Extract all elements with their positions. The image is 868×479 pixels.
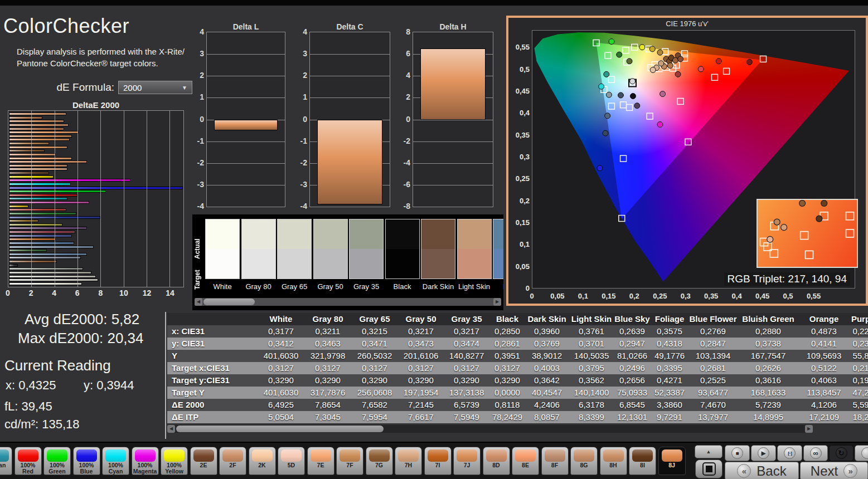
table-cell: 5,59 xyxy=(848,399,868,411)
patch-color-chip xyxy=(193,449,214,462)
inset-circle-marker xyxy=(816,216,822,222)
scroll-right-icon[interactable]: ▶ xyxy=(493,298,501,306)
infinity-icon: ∞ xyxy=(810,447,822,459)
patch-tile-2f[interactable]: 2F xyxy=(219,447,246,475)
patch-tile-7g[interactable]: 7G xyxy=(366,447,393,475)
stop-button[interactable]: ■ xyxy=(725,445,750,461)
patch-tile-label: 7G xyxy=(366,462,392,468)
axis-tick-label: 4 xyxy=(190,27,204,36)
patch-tile-7h[interactable]: 7H xyxy=(395,447,422,475)
column-header: Gray 50 xyxy=(398,313,444,325)
column-header: White xyxy=(258,313,304,325)
de-bar xyxy=(9,278,98,281)
de-formula-dropdown[interactable]: 2000 ▼ xyxy=(118,81,192,94)
table-cell: 0,2769 xyxy=(689,325,737,338)
axis-tick-label: 0 xyxy=(2,289,14,297)
collapse-strip-button[interactable]: ▲ xyxy=(695,445,722,458)
range-measure-button[interactable]: [··] xyxy=(777,445,802,461)
de-bar xyxy=(9,282,82,285)
axis-tick-label: 0,1 xyxy=(510,240,530,248)
patch-tile-2k[interactable]: 2K xyxy=(249,447,276,475)
de-bar xyxy=(9,197,67,200)
de-bar xyxy=(9,238,56,241)
de-bar xyxy=(9,124,69,126)
stop-measure-button[interactable] xyxy=(695,460,722,478)
table-header-row: WhiteGray 80Gray 65Gray 50Gray 35BlackDa… xyxy=(167,313,868,325)
delta-chart-plot xyxy=(309,32,390,207)
axis-tick-label: 8 xyxy=(94,289,106,297)
table-cell: 0,3290 xyxy=(351,374,398,387)
axis-tick-label: 0,15 xyxy=(598,292,620,300)
patch-color-chip xyxy=(428,449,448,462)
refresh-button[interactable]: ↻ xyxy=(829,445,854,461)
continuous-measure-button[interactable]: ∞ xyxy=(803,445,828,461)
de-bar xyxy=(9,256,81,259)
record-button[interactable] xyxy=(855,445,868,461)
gridline xyxy=(310,54,390,55)
patch-tile-100-green[interactable]: 100% Green xyxy=(43,447,71,475)
next-button[interactable]: Next » xyxy=(800,462,868,479)
de-bar xyxy=(9,271,91,274)
table-scrollbar[interactable]: ◀ ▶ xyxy=(167,425,813,433)
swatch-target xyxy=(206,249,239,278)
patch-tile-100-yellow[interactable]: 100% Yellow xyxy=(161,447,188,475)
patch-tile-8g[interactable]: 8G xyxy=(570,447,598,475)
patch-tile-8j[interactable]: 8J xyxy=(658,447,686,475)
gridline xyxy=(207,76,285,76)
patch-tile-7f[interactable]: 7F xyxy=(336,447,363,475)
de-formula-value: 2000 xyxy=(123,83,142,92)
axis-tick-label: 0,4 xyxy=(510,109,530,117)
swatch-scrollbar[interactable]: ◀ ▶ xyxy=(195,298,501,306)
axis-tick-label: -3 xyxy=(190,180,204,189)
patch-tile-8e[interactable]: 8E xyxy=(512,447,539,475)
scroll-left-icon[interactable]: ◀ xyxy=(195,298,202,306)
patch-tile-cyan[interactable]: Cyan xyxy=(0,447,12,475)
patch-tile-100-cyan[interactable]: 100% Cyan xyxy=(102,447,129,475)
patch-tile-100-red[interactable]: 100% Red xyxy=(14,447,42,475)
table-cell: 0,3127 xyxy=(489,362,525,374)
table-scrollbar-thumb[interactable] xyxy=(176,426,384,432)
table-cell: 7,4670 xyxy=(689,399,737,411)
gridline xyxy=(124,111,124,287)
row-label: ΔE 2000 xyxy=(167,399,258,411)
swatch-label: White xyxy=(205,282,240,291)
patch-tile-8d[interactable]: 8D xyxy=(483,447,510,475)
cie-title: CIE 1976 u'v' xyxy=(508,19,866,28)
axis-tick-label: -4 xyxy=(190,202,204,211)
gridline xyxy=(169,111,170,287)
de-bar xyxy=(9,135,72,138)
column-header: Gray 65 xyxy=(351,313,398,325)
color-swatch xyxy=(349,219,384,279)
column-header: Gray 80 xyxy=(304,313,351,325)
patch-tile-100-magenta[interactable]: 100% Magenta xyxy=(132,447,159,475)
swatch-scrollbar-thumb[interactable] xyxy=(203,299,255,305)
de-bar xyxy=(9,160,87,163)
play-button[interactable]: ▶ xyxy=(751,445,776,461)
patch-tile-7e[interactable]: 7E xyxy=(307,447,334,475)
patch-tile-8f[interactable]: 8F xyxy=(541,447,569,475)
patch-color-chip xyxy=(515,449,536,462)
delta-chart-plot xyxy=(206,32,285,207)
patch-tile-5d[interactable]: 5D xyxy=(278,447,305,475)
table-cell: 17,2109 xyxy=(799,411,848,423)
axis-tick-label: 12 xyxy=(140,289,153,297)
measurement-circle-marker xyxy=(617,52,622,57)
gridline xyxy=(77,111,78,287)
patch-tile-7j[interactable]: 7J xyxy=(453,447,481,475)
table-cell: 260,5032 xyxy=(351,350,398,362)
column-header: Gray 35 xyxy=(444,313,489,325)
patch-tile-2e[interactable]: 2E xyxy=(190,447,217,475)
patch-tile-8h[interactable]: 8H xyxy=(600,447,627,475)
gridline xyxy=(31,111,32,287)
back-button[interactable]: « Back xyxy=(725,462,799,479)
axis-tick-label: 0 xyxy=(396,115,410,124)
scroll-right-icon[interactable]: ▶ xyxy=(805,425,813,433)
axis-tick-label: -8 xyxy=(396,202,410,211)
patch-tile-7i[interactable]: 7I xyxy=(424,447,452,475)
table-cell: 75,0933 xyxy=(614,387,650,399)
patch-tile-8i[interactable]: 8I xyxy=(629,447,656,475)
table-cell: 109,5693 xyxy=(799,350,848,362)
table-cell: 7,5954 xyxy=(351,411,398,423)
patch-tile-100-blue[interactable]: 100% Blue xyxy=(73,447,100,475)
scroll-left-icon[interactable]: ◀ xyxy=(167,425,175,433)
